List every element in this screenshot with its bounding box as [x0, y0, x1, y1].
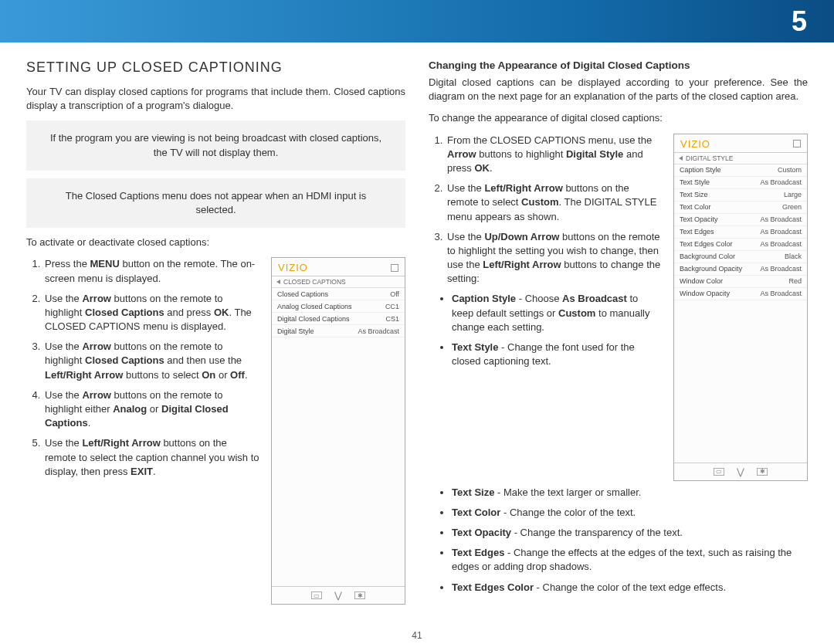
- vizio-brand: VIZIO: [680, 138, 710, 150]
- right-column: Changing the Appearance of Digital Close…: [429, 59, 808, 605]
- panel-footer: ▭⋁✱: [674, 463, 807, 480]
- menu-row: Text SizeLarge: [674, 189, 807, 202]
- bullet-item: Text Style - Change the font used for th…: [452, 341, 663, 368]
- gear-icon: ✱: [354, 591, 365, 599]
- menu-row: Background OpacityAs Broadcast: [674, 263, 807, 276]
- left-column: SETTING UP CLOSED CAPTIONING Your TV can…: [26, 59, 405, 605]
- panel-subheader: DIGITAL STYLE: [674, 153, 807, 164]
- triangle-left-icon: [276, 280, 280, 284]
- bullet-item: Text Edges - Change the effects at the e…: [452, 546, 808, 574]
- settings-bullets: Caption Style - Choose As Broadcast to k…: [429, 292, 663, 368]
- menu-row: Window OpacityAs Broadcast: [674, 288, 807, 300]
- bullet-item: Text Edges Color - Change the color of t…: [452, 581, 808, 595]
- gear-icon: ✱: [757, 468, 768, 476]
- step-item: Use the Arrow buttons on the remote to h…: [43, 292, 260, 334]
- bullet-item: Text Opacity - Change the transparency o…: [452, 526, 808, 540]
- page-number: 41: [0, 630, 834, 641]
- panel-spacer: [674, 300, 807, 463]
- wide-icon: ▭: [714, 468, 724, 476]
- steps-list: Press the MENU button on the remote. The…: [26, 257, 260, 485]
- lead-text: To activate or deactivate closed caption…: [26, 236, 405, 249]
- menu-row: Analog Closed CaptionsCC1: [272, 300, 405, 313]
- subsection-title: Changing the Appearance of Digital Close…: [429, 59, 808, 71]
- home-icon: [391, 264, 398, 272]
- menu-row: Digital StyleAs Broadcast: [272, 325, 405, 337]
- menu-row: Text StyleAs Broadcast: [674, 177, 807, 189]
- panel-spacer: [272, 337, 405, 586]
- home-icon: [793, 140, 801, 147]
- v-icon: ⋁: [735, 468, 746, 476]
- v-icon: ⋁: [333, 591, 344, 599]
- vizio-menu-panel: VIZIO DIGITAL STYLE Caption StyleCustom …: [673, 134, 808, 481]
- page-body: SETTING UP CLOSED CAPTIONING Your TV can…: [0, 42, 834, 612]
- panel-subheader: CLOSED CAPTIONS: [272, 276, 405, 288]
- vizio-menu-panel: VIZIO CLOSED CAPTIONS Closed CaptionsOff…: [271, 257, 405, 605]
- panel-footer: ▭⋁✱: [272, 586, 405, 604]
- step-item: Use the Arrow buttons on the remote to h…: [43, 388, 260, 431]
- section-title: SETTING UP CLOSED CAPTIONING: [26, 59, 405, 76]
- bullet-item: Text Color - Change the color of the tex…: [452, 506, 808, 520]
- steps-with-panel: Press the MENU button on the remote. The…: [26, 257, 405, 605]
- steps-with-panel: From the CLOSED CAPTIONS menu, use the A…: [429, 134, 808, 481]
- wide-icon: ▭: [311, 591, 322, 599]
- note-box: The Closed Captions menu does not appear…: [26, 178, 405, 228]
- note-box: If the program you are viewing is not be…: [26, 120, 405, 170]
- step-item: From the CLOSED CAPTIONS menu, use the A…: [446, 134, 663, 176]
- menu-row: Text EdgesAs Broadcast: [674, 226, 807, 239]
- settings-bullets-continued: Text Size - Make the text larger or smal…: [429, 486, 808, 595]
- panel-header: VIZIO: [272, 258, 405, 276]
- step-item: Use the Up/Down Arrow buttons on the rem…: [446, 230, 663, 286]
- bullet-item: Caption Style - Choose As Broadcast to k…: [452, 292, 663, 334]
- menu-row: Text ColorGreen: [674, 202, 807, 214]
- step-item: Use the Arrow buttons on the remote to h…: [43, 340, 260, 382]
- menu-row: Digital Closed CaptionsCS1: [272, 313, 405, 325]
- chapter-number: 5: [792, 5, 807, 38]
- menu-row: Window ColorRed: [674, 276, 807, 288]
- intro-paragraph: Your TV can display closed captions for …: [26, 85, 405, 113]
- menu-row: Background ColorBlack: [674, 251, 807, 263]
- triangle-left-icon: [679, 156, 683, 161]
- chapter-header: 5: [0, 0, 834, 42]
- vizio-brand: VIZIO: [278, 262, 308, 273]
- menu-row: Caption StyleCustom: [674, 164, 807, 177]
- step-item: Press the MENU button on the remote. The…: [43, 257, 260, 285]
- bullet-item: Text Size - Make the text larger or smal…: [452, 486, 808, 500]
- menu-row: Closed CaptionsOff: [272, 288, 405, 300]
- menu-row: Text OpacityAs Broadcast: [674, 214, 807, 226]
- step-item: Use the Left/Right Arrow buttons on the …: [446, 181, 663, 224]
- panel-header: VIZIO: [674, 134, 807, 153]
- steps-list: From the CLOSED CAPTIONS menu, use the A…: [429, 134, 663, 286]
- menu-row: Text Edges ColorAs Broadcast: [674, 239, 807, 251]
- intro-paragraph: Digital closed captions can be displayed…: [429, 76, 808, 103]
- step-item: Use the Left/Right Arrow buttons on the …: [43, 436, 260, 479]
- lead-text: To change the appearance of digital clos…: [429, 111, 808, 125]
- steps-wrapper: From the CLOSED CAPTIONS menu, use the A…: [429, 134, 663, 375]
